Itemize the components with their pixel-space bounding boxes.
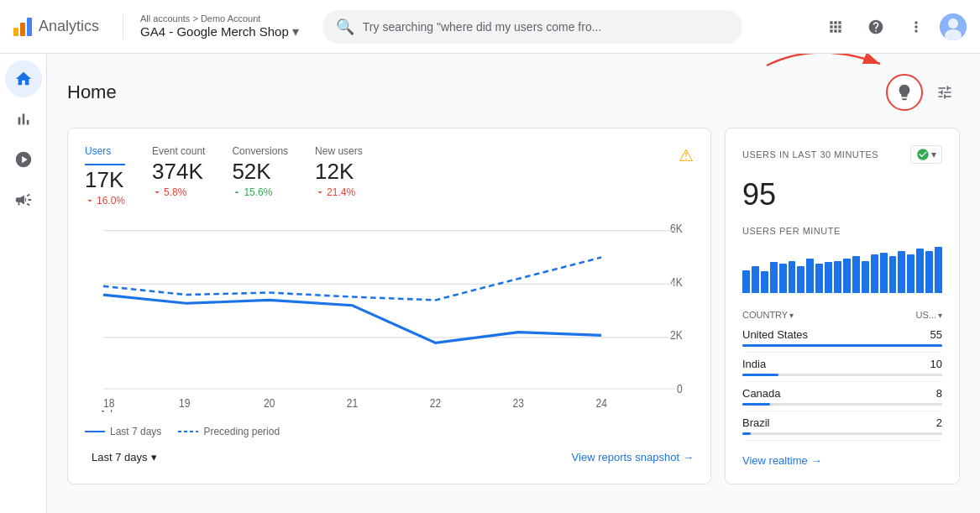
account-name-text: GA4 - Google Merch Shop: [140, 24, 289, 39]
bar-mini: [742, 270, 750, 294]
country-name: India: [742, 358, 766, 370]
legend-solid: Last 7 days: [85, 426, 161, 437]
search-icon: 🔍: [336, 18, 354, 36]
bar-mini: [935, 247, 942, 293]
more-options-button[interactable]: [899, 10, 933, 44]
metric-dropdown-arrow: ▾: [938, 311, 942, 320]
svg-text:Jul: Jul: [100, 408, 113, 412]
rt-status: ▾: [910, 145, 942, 164]
bar-mini: [862, 261, 869, 294]
app-name: Analytics: [39, 18, 99, 35]
rt-per-minute-section: USERS PER MINUTE: [742, 226, 942, 293]
lightbulb-button[interactable]: [886, 74, 923, 111]
bar-mini: [834, 261, 841, 294]
country-count: 8: [936, 387, 942, 400]
bar-mini: [889, 256, 897, 293]
user-avatar[interactable]: [940, 13, 967, 40]
stat-conversions-value: 52K: [232, 159, 288, 185]
svg-text:21: 21: [347, 396, 358, 410]
grid-menu-button[interactable]: [819, 10, 852, 44]
status-dropdown-arrow: ▾: [931, 149, 936, 160]
country-row: Canada 8: [742, 382, 942, 411]
rt-status-button[interactable]: ▾: [910, 145, 942, 164]
header-actions: [886, 74, 960, 111]
sidebar-item-explore[interactable]: [5, 141, 42, 178]
legend-solid-label: Last 7 days: [110, 426, 161, 437]
view-realtime-text: View realtime: [742, 454, 808, 467]
country-bar-track: [742, 432, 942, 435]
svg-text:22: 22: [430, 396, 441, 410]
date-selector-button[interactable]: Last 7 days ▾: [85, 448, 164, 467]
sidebar-item-reports[interactable]: [5, 101, 42, 138]
arrow-down-icon-2: [152, 187, 162, 197]
country-metric-header[interactable]: US... ▾: [916, 310, 942, 320]
status-check-icon: [916, 148, 930, 161]
sidebar-item-advertising[interactable]: [5, 181, 42, 218]
country-row: Brazil 2: [742, 411, 942, 441]
line-chart: 6K 4K 2K 0 18 Jul 19: [85, 220, 694, 412]
stat-event-value: 374K: [152, 159, 205, 185]
search-bar[interactable]: 🔍 Try searching "where did my users come…: [322, 10, 742, 44]
main-content: Home: [47, 54, 980, 513]
chart-legend: Last 7 days Preceding period: [85, 426, 694, 437]
sidebar-item-home[interactable]: [5, 60, 42, 97]
stat-conversions-change: 15.6%: [232, 186, 288, 198]
country-name: United States: [742, 328, 808, 341]
logo-bar-2: [20, 23, 25, 36]
stat-event-count: Event count 374K 5.8%: [152, 145, 205, 198]
bar-mini: [871, 254, 878, 293]
arrow-down-icon-3: [315, 187, 325, 197]
bar-mini: [752, 266, 759, 293]
country-bar-track: [742, 374, 942, 376]
svg-text:6K: 6K: [670, 222, 683, 235]
svg-point-1: [948, 18, 958, 29]
country-count: 2: [936, 416, 942, 429]
date-selector-text: Last 7 days: [92, 451, 148, 463]
country-table-header: COUNTRY ▾ US... ▾: [742, 306, 942, 323]
svg-text:24: 24: [595, 396, 606, 410]
rt-user-count: 95: [742, 177, 942, 212]
stat-new-users-value: 12K: [315, 159, 363, 185]
stat-conversions-label: Conversions: [232, 145, 288, 157]
rt-header: USERS IN LAST 30 MINUTES ▾: [742, 145, 942, 164]
account-breadcrumb: All accounts > Demo Account: [140, 13, 299, 24]
arrow-down-icon: [85, 196, 95, 206]
compass-icon: [14, 150, 33, 169]
country-bar-track: [742, 344, 942, 347]
sidebar: [0, 54, 47, 513]
stat-users-value: 17K: [85, 167, 125, 193]
country-row: India 10: [742, 353, 942, 382]
country-col-header[interactable]: COUNTRY ▾: [742, 310, 794, 320]
svg-text:23: 23: [513, 396, 524, 410]
view-realtime-arrow: →: [811, 454, 822, 467]
legend-dashed-icon: [178, 428, 198, 435]
country-bar-fill: [742, 403, 770, 406]
bar-chart-icon: [14, 110, 33, 128]
grid-icon: [827, 18, 844, 35]
view-reports-text: View reports snapshot: [572, 451, 679, 463]
stat-new-users-change: 21.4%: [315, 186, 363, 198]
country-count: 55: [930, 328, 942, 341]
view-realtime-link[interactable]: View realtime →: [742, 454, 942, 467]
more-icon: [908, 18, 925, 35]
country-bar-fill: [742, 344, 942, 347]
stat-new-users-label: New users: [315, 145, 363, 157]
bar-mini: [770, 262, 778, 293]
bar-mini: [916, 249, 924, 293]
account-selector[interactable]: GA4 - Google Merch Shop ▾: [140, 24, 299, 39]
legend-dashed-label: Preceding period: [203, 426, 280, 437]
cards-row: Users 17K 16.0% Event count 374K 5.8%: [67, 128, 960, 484]
chart-container: 6K 4K 2K 0 18 Jul 19: [85, 220, 694, 412]
lightbulb-icon: [895, 83, 914, 102]
country-name: Brazil: [742, 416, 770, 429]
bar-mini: [806, 259, 814, 293]
svg-text:4K: 4K: [670, 275, 683, 289]
customize-button[interactable]: [930, 77, 960, 107]
help-button[interactable]: [859, 10, 893, 44]
stat-new-users: New users 12K 21.4%: [315, 145, 363, 198]
logo-area: Analytics: [13, 18, 99, 36]
bar-mini: [843, 259, 851, 293]
avatar-image: [940, 13, 967, 40]
view-reports-link[interactable]: View reports snapshot →: [572, 451, 694, 463]
country-bar-fill: [742, 374, 778, 376]
